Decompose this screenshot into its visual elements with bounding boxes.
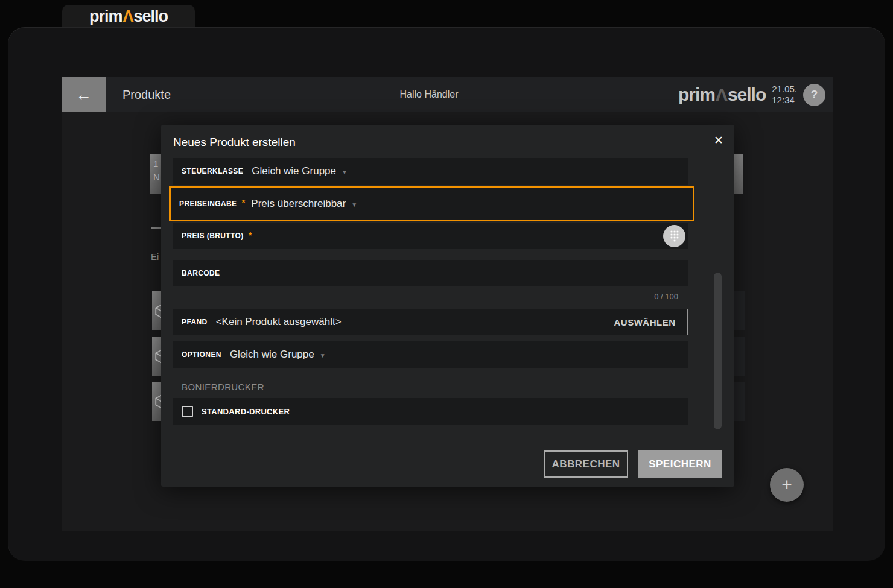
app-header: ← Produkte Hallo Händler primΛsello 21.0… [62,77,833,112]
field-label: PREISEINGABE [179,200,237,208]
chevron-down-icon: ▼ [351,200,357,208]
question-mark-icon: ? [811,88,818,101]
brand-logo: primΛsello [89,7,168,26]
cancel-button[interactable]: ABBRECHEN [544,450,628,478]
checkbox-unchecked-icon[interactable] [182,406,193,417]
greeting-text: Hallo Händler [400,89,459,100]
datetime-display: 21.05. 12:34 [772,84,797,106]
logo-text-prefix: prim [678,84,715,104]
header-right-group: primΛsello 21.05. 12:34 ? [678,84,833,106]
back-arrow-icon: ← [76,86,92,104]
required-asterisk: * [242,197,246,207]
date-text: 21.05. [772,84,797,95]
preiseingabe-dropdown[interactable]: PREISEINGABE * Preis überschreibbar ▼ [171,188,693,220]
standard-drucker-checkbox-row[interactable]: STANDARD-DRUCKER [173,398,688,425]
field-value: Preis überschreibbar [251,198,346,210]
back-button[interactable]: ← [62,77,106,112]
logo-text-suffix: sello [134,7,168,25]
field-label: BARCODE [182,269,220,277]
field-label: STEUERKLASSE [182,167,243,175]
numpad-button[interactable] [663,225,685,247]
background-partial-label: Ei [151,251,159,262]
pfand-select-button[interactable]: AUSWÄHLEN [602,309,688,335]
steuerklasse-dropdown[interactable]: STEUERKLASSE Gleich wie Gruppe ▼ [173,158,688,185]
logo-lambda-icon: Λ [122,7,133,25]
chevron-down-icon: ▼ [342,167,348,175]
dialog-scrollbar-thumb[interactable] [714,273,722,429]
help-button[interactable]: ? [803,84,825,106]
barcode-char-counter: 0 / 100 [173,292,688,301]
logo-text-prefix: prim [89,7,122,25]
required-asterisk: * [249,230,252,240]
close-icon: ✕ [714,134,723,147]
field-label: PFAND [182,318,208,326]
dialpad-icon [670,230,679,242]
logo-text-suffix: sello [728,84,766,104]
close-button[interactable]: ✕ [714,133,723,147]
dialog-title: Neues Produkt erstellen [173,136,296,149]
field-value: <Kein Produkt ausgewählt> [216,316,342,328]
optionen-dropdown[interactable]: OPTIONEN Gleich wie Gruppe ▼ [173,341,688,368]
field-value: Gleich wie Gruppe [252,165,336,177]
brand-logo-tab: primΛsello [62,5,195,28]
preiseingabe-highlight-box: PREISEINGABE * Preis überschreibbar ▼ [169,186,694,221]
dialog-footer: ABBRECHEN SPEICHERN [544,450,722,478]
bonierdrucker-section-label: BONIERDRUCKER [173,382,688,392]
field-label: PREIS (BRUTTO) [182,232,244,240]
add-product-fab[interactable]: + [770,468,804,502]
save-button[interactable]: SPEICHERN [638,450,722,478]
desktop-background: primΛsello ← Produkte Hallo Händler prim… [0,0,893,588]
barcode-input[interactable]: BARCODE [173,260,688,286]
header-brand-logo: primΛsello [678,84,766,105]
tab-underline [151,227,162,229]
preis-brutto-input[interactable]: PREIS (BRUTTO) * [173,223,688,249]
field-label: OPTIONEN [182,350,221,359]
pfand-field[interactable]: PFAND <Kein Produkt ausgewählt> AUSWÄHLE… [173,309,688,335]
logo-lambda-icon: Λ [715,84,728,104]
time-text: 12:34 [772,95,797,106]
field-value: Gleich wie Gruppe [230,349,314,361]
plus-icon: + [781,475,792,495]
page-title: Produkte [122,88,171,102]
dialog-form: STEUERKLASSE Gleich wie Gruppe ▼ PREISEI… [173,158,688,426]
new-product-dialog: Neues Produkt erstellen ✕ STEUERKLASSE G… [161,125,734,487]
checkbox-label: STANDARD-DRUCKER [202,407,290,416]
chevron-down-icon: ▼ [320,350,326,359]
